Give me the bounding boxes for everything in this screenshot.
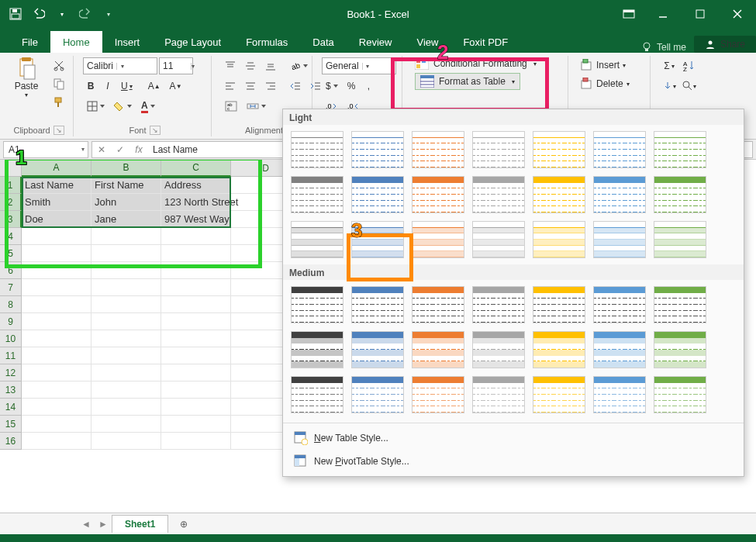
underline-button[interactable]: U▾ [117,78,136,95]
row-header-11[interactable]: 11 [0,347,22,364]
cell-C15[interactable] [161,416,231,433]
row-header-9[interactable]: 9 [0,313,22,330]
cell-B10[interactable] [91,330,161,347]
dialog-launcher-icon[interactable]: ↘ [150,126,161,135]
cell-A12[interactable] [22,364,91,381]
undo-dropdown-icon[interactable]: ▾ [53,5,71,23]
cell-B13[interactable] [91,381,161,399]
table-style-thumb[interactable] [472,376,525,413]
table-style-thumb[interactable] [351,331,404,368]
cut-icon[interactable] [50,57,68,73]
ribbon-display-icon[interactable] [613,0,644,28]
sheet-nav-next[interactable]: ► [95,516,112,533]
percent-button[interactable]: % [343,78,360,95]
cell-B7[interactable] [91,279,161,296]
minimize-button[interactable] [644,0,682,28]
align-center-button[interactable] [241,78,260,95]
font-size-combo[interactable]: 11▾ [159,57,193,74]
align-top-button[interactable] [221,57,240,74]
table-style-thumb[interactable] [351,176,404,213]
font-name-combo[interactable]: Calibri▾ [83,57,157,74]
cancel-formula-icon[interactable]: ✕ [92,144,111,155]
cell-A16[interactable] [22,433,91,450]
autosum-button[interactable]: Σ▾ [660,57,678,74]
table-style-thumb[interactable] [291,286,343,323]
format-painter-icon[interactable] [50,95,68,110]
qat-customize-icon[interactable]: ▾ [99,5,118,23]
table-style-thumb[interactable] [654,286,706,323]
table-style-thumb[interactable] [472,176,525,213]
enter-formula-icon[interactable]: ✓ [111,144,129,155]
table-style-thumb[interactable] [533,221,585,258]
cell-C11[interactable] [161,347,231,364]
table-style-thumb[interactable] [412,221,464,258]
cell-B14[interactable] [91,399,161,416]
decrease-indent-button[interactable] [286,78,305,95]
cell-C14[interactable] [161,399,231,416]
table-style-thumb[interactable] [533,131,585,168]
cell-A15[interactable] [22,416,91,433]
delete-cells-button[interactable]: Delete▾ [578,76,633,91]
row-header-8[interactable]: 8 [0,296,22,313]
table-style-thumb[interactable] [351,286,404,323]
find-select-button[interactable]: ▾ [680,78,699,95]
cell-A8[interactable] [22,296,91,313]
cell-A11[interactable] [22,347,91,364]
tab-data[interactable]: Data [300,31,346,53]
fill-color-button[interactable] [110,98,136,115]
format-as-table-button[interactable]: Format as Table▾ [415,73,520,90]
cell-C10[interactable] [161,330,231,347]
cell-B8[interactable] [91,296,161,313]
currency-button[interactable]: $ [322,78,342,95]
tab-home[interactable]: Home [50,31,102,53]
table-style-thumb[interactable] [533,176,585,213]
cell-A10[interactable] [22,330,91,347]
tab-foxit-pdf[interactable]: Foxit PDF [450,31,520,53]
align-left-button[interactable] [221,78,240,95]
row-header-13[interactable]: 13 [0,381,22,399]
row-header-14[interactable]: 14 [0,399,22,416]
row-header-10[interactable]: 10 [0,330,22,347]
row-header-7[interactable]: 7 [0,279,22,296]
table-style-thumb[interactable] [593,176,646,213]
table-style-thumb[interactable] [654,131,706,168]
increase-font-button[interactable]: A▲ [144,78,164,95]
table-style-thumb[interactable] [412,131,464,168]
table-style-thumb[interactable] [654,331,706,368]
table-style-thumb[interactable] [472,286,525,323]
new-sheet-button[interactable]: ⊕ [173,516,195,533]
close-button[interactable] [719,0,756,28]
table-style-thumb[interactable] [412,376,464,413]
comma-style-button[interactable]: , [361,78,376,95]
table-style-thumb[interactable] [533,376,585,413]
align-right-button[interactable] [261,78,280,95]
table-style-thumb[interactable] [351,376,404,413]
align-bottom-button[interactable] [261,57,280,74]
copy-icon[interactable] [50,76,68,91]
cell-C12[interactable] [161,364,231,381]
cell-C13[interactable] [161,381,231,399]
cell-C16[interactable] [161,433,231,450]
cell-B11[interactable] [91,347,161,364]
tab-file[interactable]: File [9,31,50,53]
font-color-button[interactable]: A [137,98,159,115]
table-style-thumb[interactable] [351,131,404,168]
sheet-nav-prev[interactable]: ◄ [78,516,95,533]
row-header-12[interactable]: 12 [0,364,22,381]
table-style-thumb[interactable] [412,286,464,323]
maximize-button[interactable] [682,0,719,28]
tell-me[interactable]: Tell me [633,42,694,53]
table-style-thumb[interactable] [533,286,585,323]
conditional-formatting-button[interactable]: Conditional Formatting▾ [415,57,537,70]
cell-C7[interactable] [161,279,231,296]
cell-C9[interactable] [161,313,231,330]
sort-filter-button[interactable]: AZ [680,57,699,74]
cell-B15[interactable] [91,416,161,433]
new-table-style-item[interactable]: New Table Style... [283,426,744,450]
cell-A9[interactable] [22,313,91,330]
table-style-thumb[interactable] [472,131,525,168]
cell-B12[interactable] [91,364,161,381]
cell-A13[interactable] [22,381,91,399]
table-style-thumb[interactable] [593,286,646,323]
table-style-thumb[interactable] [593,131,646,168]
